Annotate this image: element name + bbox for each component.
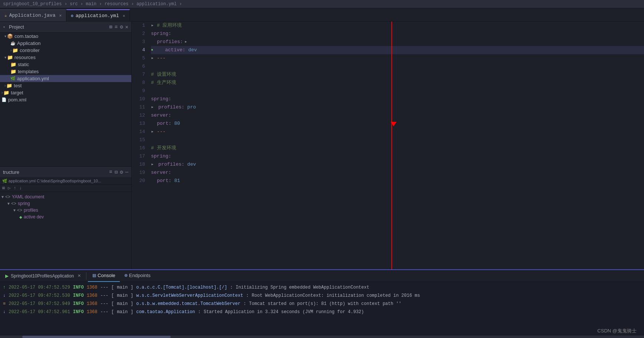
breadcrumb: springboot_10_profiles › src › main › re… <box>3 1 182 7</box>
structure-file-path: 🌿 application.yml C:\idea\SpringBoot\spr… <box>0 178 131 185</box>
java-icon: ☕ <box>10 41 16 46</box>
chevron-icon: ▾ <box>4 34 6 38</box>
console-icon: ▤ <box>92 273 96 278</box>
scrollbar-thumb[interactable] <box>22 336 171 338</box>
settings-icon[interactable]: ⚙ <box>120 24 123 30</box>
line-num-17: 17 <box>132 152 145 160</box>
run-tab[interactable]: ▶ Springboot10ProfilesApplication ✕ <box>1 270 85 282</box>
structure-file-label: application.yml C:\idea\SpringBoot\sprin… <box>9 179 101 183</box>
scrollbar-horizontal[interactable] <box>0 335 644 338</box>
log-class-2: w.s.c.ServletWebServerApplicationContext <box>136 292 243 299</box>
log-ts-4: 2022-05-17 09:47:52.961 <box>9 308 70 316</box>
tree-item-static[interactable]: 📁 static <box>0 61 131 68</box>
log-bracket-close-1: ] <box>131 284 133 291</box>
log-msg-1: Initializing Spring embedded WebApplicat… <box>236 284 369 291</box>
red-arrow <box>391 122 397 126</box>
struct-expand-icon[interactable]: ≡ <box>109 169 112 175</box>
tree-item-templates[interactable]: 📁 templates <box>0 68 131 75</box>
tree-item-application-yml[interactable]: 🌿 application.yml <box>0 75 131 82</box>
tree-item-resources[interactable]: ▾ 📁 resources <box>0 54 131 61</box>
line-num-3: 3 <box>132 38 145 46</box>
tab-java[interactable]: ☕ Application.java ✕ <box>0 9 66 21</box>
code-key-11: profiles: <box>158 103 184 111</box>
tree-item-application[interactable]: ☕ Application <box>0 40 131 47</box>
struct-nav-icon2[interactable]: ▷ <box>8 185 10 191</box>
line-num-6: 6 <box>132 62 145 71</box>
tab-java-close[interactable]: ✕ <box>59 13 62 18</box>
tab-yml[interactable]: ⚙ application.yml ✕ <box>66 9 130 21</box>
code-line-1: ▸ # 应用环境 <box>151 22 644 30</box>
log-thread-4: main <box>117 308 128 316</box>
log-ts-2: 2022-05-17 09:47:52.530 <box>9 292 70 299</box>
tree-item-test[interactable]: › 📁 test <box>0 82 131 89</box>
tree-item-controller[interactable]: › 📁 controller <box>0 47 131 54</box>
log-bracket-3: [ <box>111 300 114 308</box>
tab-yml-close[interactable]: ✕ <box>123 13 125 18</box>
code-key-18: profiles: <box>158 160 184 169</box>
structure-nav: ⊞ ▷ ↑ ↓ <box>0 185 131 192</box>
run-close-icon[interactable]: ✕ <box>78 273 81 278</box>
expand-icon[interactable]: ⊞ <box>109 24 112 30</box>
yml-icon: 🌿 <box>10 76 16 81</box>
log-bracket-1: [ <box>111 284 114 291</box>
tree-item-target[interactable]: › 📁 target <box>0 89 131 96</box>
struct-item-spring[interactable]: ▾ <> spring <box>0 200 131 207</box>
editor-area[interactable]: 1 2 3 4 5 6 7 8 9 10 11 12 13 14 15 16 1… <box>132 22 644 269</box>
log-level-4: INFO <box>73 308 84 316</box>
tree-item-com-taotao[interactable]: ▾ 📦 com.taotao <box>0 33 131 40</box>
log-sep-4: --- <box>100 308 108 316</box>
struct-item-yaml[interactable]: ▾ <> YAML document <box>0 194 131 200</box>
code-line-16: # 开发环境 <box>151 144 644 152</box>
close-icon[interactable]: ✕ <box>125 24 128 30</box>
log-class-4: com.taotao.Application <box>136 308 195 316</box>
code-key-17: spring: <box>151 152 171 160</box>
log-ts-3: 2022-05-17 09:47:52.949 <box>9 300 70 308</box>
line-num-10: 10 <box>132 95 145 103</box>
target-folder-icon: 📁 <box>3 90 9 95</box>
struct-item-active[interactable]: ◆ active dev <box>0 214 131 220</box>
struct-nav-icon4[interactable]: ↓ <box>19 186 22 191</box>
code-line-15 <box>151 136 644 144</box>
endpoints-tab[interactable]: ⊛ Endpoints <box>120 270 155 282</box>
code-line-6 <box>151 62 644 71</box>
log-class-1: o.a.c.c.C.[Tomcat].[localhost].[/] <box>136 284 227 291</box>
code-line-11: ▸ profiles: pro <box>151 103 644 111</box>
code-key-10: spring: <box>151 95 171 103</box>
log-arrow-3: = <box>3 300 6 308</box>
chevron-icon: ▾ <box>4 55 6 59</box>
struct-active-icon: ◆ <box>19 215 22 219</box>
fold-marker-11: ▸ <box>151 103 154 111</box>
line-numbers: 1 2 3 4 5 6 7 8 9 10 11 12 13 14 15 16 1… <box>132 22 150 269</box>
struct-spring-label: spring <box>18 201 30 206</box>
bookmark-icon: ● <box>151 46 153 54</box>
console-tab[interactable]: ▤ Console <box>88 270 120 282</box>
structure-toolbar: ≡ ⊟ ⚙ — <box>109 169 128 175</box>
struct-nav-icon3[interactable]: ↑ <box>13 186 16 191</box>
collapse-icon[interactable]: ≡ <box>115 24 118 30</box>
log-msg-4: Started Application in 3.324 seconds (JV… <box>204 308 364 316</box>
struct-nav-icon1[interactable]: ⊞ <box>2 185 5 191</box>
line-num-7: 7 <box>132 71 145 79</box>
struct-chevron: ▾ <box>1 194 4 199</box>
struct-collapse-icon[interactable]: ⊟ <box>115 169 118 175</box>
struct-item-profiles[interactable]: ▾ <> profiles <box>0 207 131 214</box>
console-area[interactable]: ↑ 2022-05-17 09:47:52.529 INFO 1368 --- … <box>0 282 644 335</box>
log-row-3: = 2022-05-17 09:47:52.949 INFO 1368 --- … <box>3 300 641 308</box>
code-line-3: profiles: ▸ <box>151 38 644 46</box>
tree-item-pom[interactable]: 📄 pom.xml <box>0 96 131 103</box>
watermark: CSDN @鬼鬼骑士 <box>597 328 637 334</box>
fold-marker-18: ▸ <box>151 160 154 169</box>
log-row-2: ↓ 2022-05-17 09:47:52.530 INFO 1368 --- … <box>3 292 641 300</box>
endpoints-icon: ⊛ <box>124 273 128 278</box>
tree-label-com-taotao: com.taotao <box>14 33 38 39</box>
struct-settings-icon[interactable]: ⚙ <box>120 169 123 175</box>
log-colon-3: : <box>243 300 246 308</box>
code-line-14: ▸ --- <box>151 128 644 136</box>
log-sep-3: --- <box>100 300 108 308</box>
struct-close-icon[interactable]: — <box>125 169 128 175</box>
console-tab-label: Console <box>98 273 115 278</box>
code-val-18: dev <box>184 160 196 169</box>
code-comment-7: # 设置环境 <box>151 71 176 79</box>
line-num-5: 5 <box>132 54 145 62</box>
code-sep-5: --- <box>157 54 165 62</box>
